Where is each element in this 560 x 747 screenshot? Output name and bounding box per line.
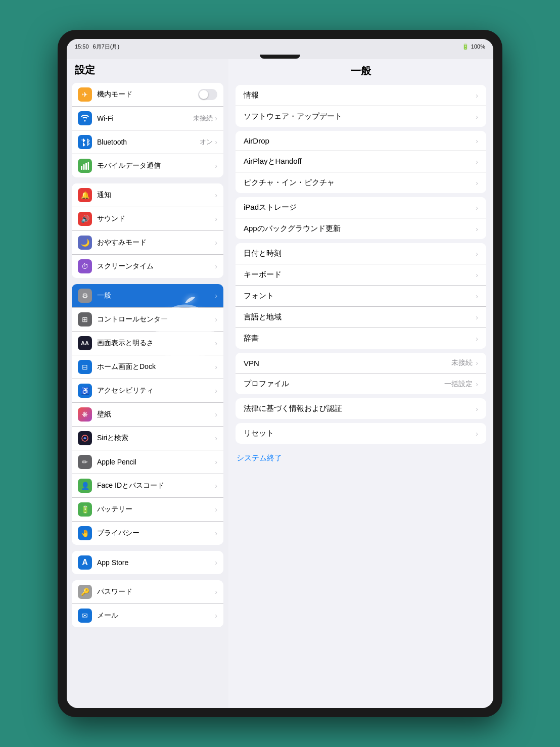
sidebar-item-bluetooth[interactable]: ᛒ Bluetooth オン › — [72, 130, 223, 154]
settings-row-label: 情報 — [244, 90, 476, 100]
settings-row-airdrop[interactable]: AirDrop › — [236, 131, 486, 151]
sidebar-item-faceid[interactable]: 👤 Face IDとパスコード › — [72, 474, 223, 498]
settings-row-label: 日付と時刻 — [244, 249, 476, 258]
settings-row-background[interactable]: Appのバックグラウンド更新 › — [236, 218, 486, 239]
sidebar-item-donotdisturb[interactable]: 🌙 おやすみモード › — [72, 231, 223, 255]
chevron-icon: › — [476, 91, 478, 100]
chevron-icon: › — [476, 430, 478, 438]
chevron-icon: › — [476, 113, 478, 121]
screentime-icon: ⏱ — [78, 259, 92, 273]
chevron-icon: › — [215, 482, 217, 490]
sidebar-item-homescreen[interactable]: ⊟ ホーム画面とDock › — [72, 355, 223, 379]
shutdown-link[interactable]: システム終了 — [228, 448, 493, 469]
settings-row-label: iPadストレージ — [244, 203, 476, 212]
settings-row-label: ピクチャ・イン・ピクチャ — [244, 178, 476, 188]
settings-section-datetime: 日付と時刻 › キーボード › フォント › 言語と地域 › — [236, 243, 486, 349]
sidebar-item-label: 画面表示と明るさ — [97, 339, 215, 348]
status-left: 15:50 6月7日(月) — [75, 43, 119, 51]
sidebar-item-general[interactable]: ⚙ 一般 › — [72, 284, 223, 308]
chevron-icon: › — [476, 335, 478, 343]
toggle-knob — [199, 90, 208, 99]
chevron-icon: › — [215, 612, 217, 620]
settings-row-pip[interactable]: ピクチャ・イン・ピクチャ › — [236, 172, 486, 193]
sidebar-item-siri[interactable]: Siriと検索 › — [72, 427, 223, 450]
chevron-icon: › — [476, 313, 478, 321]
settings-row-language[interactable]: 言語と地域 › — [236, 307, 486, 328]
sidebar-item-label: サウンド — [97, 214, 215, 223]
settings-row-keyboard[interactable]: キーボード › — [236, 264, 486, 286]
chevron-icon: › — [476, 250, 478, 258]
display-icon: AA — [78, 336, 92, 350]
sidebar-item-label: 一般 — [97, 291, 215, 300]
chevron-icon: › — [215, 410, 217, 418]
sidebar-item-pencil[interactable]: ✏ Apple Pencil › — [72, 450, 223, 474]
homescreen-icon: ⊟ — [78, 360, 92, 374]
settings-row-label: VPN — [244, 359, 451, 367]
svg-rect-5 — [85, 163, 87, 170]
sidebar-header: 設定 — [67, 59, 228, 80]
sidebar-item-sound[interactable]: 🔊 サウンド › — [72, 207, 223, 231]
chevron-icon: › — [215, 292, 217, 300]
settings-row-airplay[interactable]: AirPlayとHandoff › — [236, 151, 486, 172]
sidebar-item-wifi[interactable]: Wi-Fi 未接続 › — [72, 107, 223, 130]
wifi-icon — [78, 111, 92, 125]
chevron-icon: › — [215, 434, 217, 442]
chevron-icon: › — [476, 137, 478, 145]
sidebar-item-wallpaper[interactable]: ❋ 壁紙 › — [72, 403, 223, 427]
settings-row-software[interactable]: ソフトウェア・アップデート › — [236, 106, 486, 127]
sidebar-section-appstore: A App Store › — [72, 551, 223, 574]
bluetooth-icon: ᛒ — [78, 135, 92, 149]
sidebar-item-cellular[interactable]: モバイルデータ通信 › — [72, 154, 223, 177]
right-panel: 一般 情報 › ソフトウェア・アップデート › AirDrop — [228, 59, 493, 708]
settings-row-fonts[interactable]: フォント › — [236, 286, 486, 307]
settings-row-reset[interactable]: リセット › — [236, 423, 486, 444]
right-panel-title: 一般 — [228, 59, 493, 81]
sidebar-item-notifications[interactable]: 🔔 通知 › — [72, 183, 223, 207]
main-content: 設定 ✈ 機内モード Wi-Fi 未 — [67, 59, 493, 708]
airplane-toggle[interactable] — [198, 89, 217, 100]
passwords-icon: 🔑 — [78, 585, 92, 599]
sidebar-item-battery[interactable]: 🔋 バッテリー › — [72, 498, 223, 522]
sidebar-item-passwords[interactable]: 🔑 パスワード › — [72, 580, 223, 604]
settings-row-dictionary[interactable]: 辞書 › — [236, 328, 486, 349]
sidebar-item-label: ホーム画面とDock — [97, 362, 215, 371]
sidebar-item-label: アクセシビリティ — [97, 386, 215, 395]
chevron-icon: › — [215, 529, 217, 537]
chevron-icon: › — [215, 558, 217, 567]
chevron-icon: › — [215, 215, 217, 223]
sidebar-item-privacy[interactable]: 🤚 プライバシー › — [72, 522, 223, 545]
status-date: 6月7日(月) — [93, 43, 120, 51]
svg-rect-4 — [83, 164, 85, 170]
chevron-icon: › — [476, 271, 478, 279]
svg-rect-6 — [88, 162, 89, 170]
settings-row-datetime[interactable]: 日付と時刻 › — [236, 243, 486, 264]
settings-row-label: プロファイル — [244, 379, 444, 389]
chevron-icon: › — [215, 458, 217, 466]
chevron-icon: › — [215, 262, 217, 270]
appstore-icon: A — [78, 555, 92, 570]
sidebar-item-screentime[interactable]: ⏱ スクリーンタイム › — [72, 255, 223, 278]
settings-row-vpn[interactable]: VPN 未接続 › — [236, 353, 486, 374]
chevron-icon: › — [215, 505, 217, 513]
settings-row-profile[interactable]: プロファイル 一括設定 › — [236, 374, 486, 394]
settings-row-label: ソフトウェア・アップデート — [244, 112, 476, 121]
settings-row-legal[interactable]: 法律に基づく情報および認証 › — [236, 398, 486, 419]
sidebar-item-mail[interactable]: ✉ メール › — [72, 604, 223, 627]
sidebar-item-appstore[interactable]: A App Store › — [72, 551, 223, 574]
chevron-icon: › — [476, 380, 478, 388]
sidebar-item-control[interactable]: ⊞ コントロールセンター › — [72, 308, 223, 332]
settings-row-label: 辞書 — [244, 334, 476, 343]
airplane-icon: ✈ — [78, 87, 92, 102]
settings-section-legal: 法律に基づく情報および認証 › — [236, 398, 486, 419]
chevron-icon: › — [215, 138, 217, 146]
settings-row-info[interactable]: 情報 › — [236, 85, 486, 106]
sidebar-item-label: Siriと検索 — [97, 434, 215, 443]
sidebar: 設定 ✈ 機内モード Wi-Fi 未 — [67, 59, 228, 708]
sidebar-item-display[interactable]: AA 画面表示と明るさ › — [72, 332, 223, 355]
sidebar-item-airplane[interactable]: ✈ 機内モード — [72, 83, 223, 107]
svg-rect-3 — [81, 166, 82, 170]
chevron-icon: › — [215, 339, 217, 347]
camera-bar — [67, 54, 493, 59]
settings-row-storage[interactable]: iPadストレージ › — [236, 197, 486, 218]
sidebar-item-accessibility[interactable]: ♿ アクセシビリティ › — [72, 379, 223, 403]
